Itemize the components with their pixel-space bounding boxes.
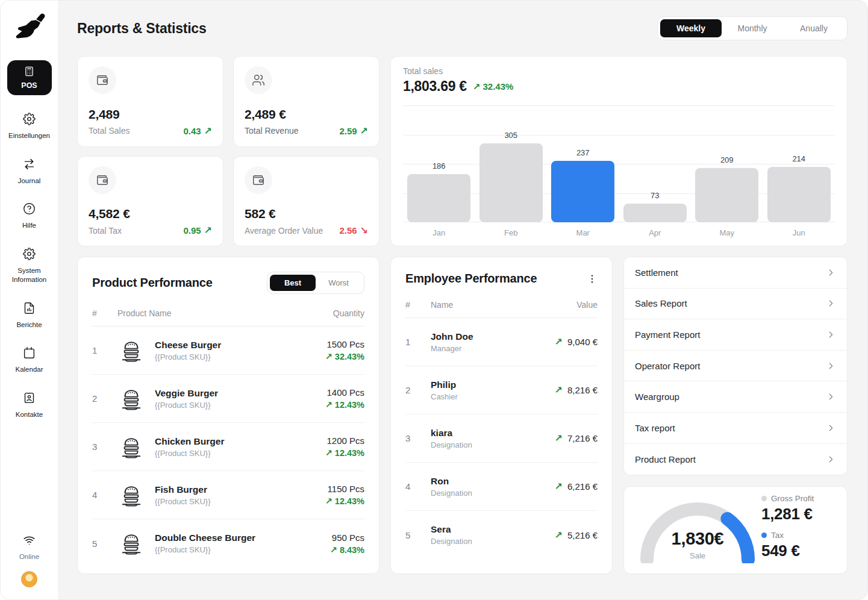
trend-up-icon: ↗	[204, 125, 212, 137]
chevron-right-icon	[826, 267, 836, 278]
sidebar-item-pos[interactable]: POS	[7, 60, 52, 95]
bar-jan[interactable]: 186	[403, 161, 475, 222]
report-file-icon	[23, 302, 36, 317]
user-avatar[interactable]	[21, 571, 37, 587]
row-index: 1	[405, 337, 431, 347]
report-links-list: Settlement Sales Report Payment Report	[623, 257, 848, 475]
stat-card-total-sales: 2,489 Total Sales 0.43↗	[77, 56, 223, 147]
report-link[interactable]: Sales Report	[624, 289, 847, 320]
row-index: 5	[405, 530, 431, 540]
product-sku: {{Product SKU}}	[155, 449, 224, 458]
gauge-legend: Gross Profit 1,281 € Tax 549 €	[761, 494, 834, 567]
main-content: Reports & Statistics Weekly Monthly Anua…	[58, 1, 867, 599]
product-name: Chicken Burger	[155, 436, 224, 447]
report-link-label: Weargroup	[635, 392, 679, 402]
tab-weekly[interactable]: Weekly	[660, 19, 722, 37]
employee-value: 8,216 €	[567, 385, 598, 395]
report-link[interactable]: Settlement	[624, 257, 847, 289]
sidebar-item-einstellungen[interactable]: Einstellungen	[1, 113, 58, 141]
right-column: Settlement Sales Report Payment Report	[623, 257, 848, 574]
burger-icon	[117, 339, 145, 363]
top-section: 2,489 Total Sales 0.43↗ 2,489 € Total Re…	[77, 56, 848, 246]
chart-total-value: 1,803.69 €	[403, 78, 467, 95]
report-link[interactable]: Weargroup	[624, 381, 847, 413]
legend-label: Gross Profit	[771, 494, 814, 503]
legend-dot-gray	[761, 496, 767, 501]
bar-feb[interactable]: 305	[475, 131, 548, 222]
chart-x-axis: JanFebMarAprMayJun	[403, 228, 835, 237]
trend-up-icon: ↗	[555, 384, 563, 396]
gear-icon	[23, 113, 36, 128]
legend-value: 1,281 €	[761, 505, 834, 523]
report-link[interactable]: Product Report	[624, 444, 847, 475]
x-axis-label: May	[691, 228, 763, 237]
calendar-icon	[23, 346, 36, 361]
row-index: 3	[405, 433, 431, 443]
report-link[interactable]: Operator Report	[624, 351, 847, 382]
stat-card-total-revenue: 2,489 € Total Revenue 2.59↗	[233, 56, 379, 147]
burger-icon	[117, 387, 145, 411]
table-row[interactable]: 1	[92, 327, 364, 375]
x-axis-label: Feb	[475, 228, 548, 237]
more-options-icon[interactable]	[587, 273, 598, 284]
chart-bars: 18630523773209214	[403, 105, 835, 222]
bar-apr[interactable]: 73	[619, 191, 692, 222]
tab-anually[interactable]: Anually	[783, 19, 845, 37]
employee-name: kiara	[431, 428, 472, 439]
sale-gauge-card: 1,830€ Sale Gross Profit 1,281 € Tax	[623, 486, 848, 574]
bar-value-label: 186	[432, 161, 446, 170]
report-link-label: Operator Report	[635, 361, 700, 371]
tab-worst[interactable]: Worst	[316, 275, 361, 291]
employee-role: Designation	[431, 489, 472, 498]
burger-icon	[117, 435, 145, 459]
wallet-icon	[89, 166, 116, 194]
bar	[407, 174, 470, 222]
table-row[interactable]: 4	[92, 471, 364, 519]
app-logo[interactable]	[13, 13, 46, 42]
table-row[interactable]: 3 kiara Designation ↗ 7,216 €	[405, 414, 598, 463]
bar-mar[interactable]: 237	[547, 148, 619, 222]
table-row[interactable]: 4 Ron Designation ↗ 6,216 €	[405, 463, 598, 511]
trend-up-icon: ↗	[555, 481, 563, 492]
row-index: 4	[92, 490, 117, 500]
bar	[767, 167, 831, 222]
report-link-label: Sales Report	[635, 298, 687, 308]
tab-monthly[interactable]: Monthly	[722, 19, 783, 37]
bar-may[interactable]: 209	[691, 155, 763, 222]
sidebar-item-berichte[interactable]: Berichte	[1, 302, 58, 330]
table-row[interactable]: 3	[92, 423, 364, 471]
status-label: Online	[19, 552, 39, 562]
product-performance-card: Product Performance Best Worst # Product…	[77, 257, 379, 574]
report-link[interactable]: Payment Report	[624, 319, 847, 351]
trend-up-icon: ↗	[360, 125, 368, 137]
table-row[interactable]: 1 John Doe Manager ↗ 9,040 €	[405, 318, 598, 366]
chevron-right-icon	[826, 361, 836, 371]
employee-name: Sera	[431, 524, 472, 535]
table-row[interactable]: 2 Philip Cashier ↗ 8,216 €	[405, 366, 598, 414]
stat-value: 4,582 €	[89, 207, 212, 221]
sidebar-item-journal[interactable]: Journal	[1, 158, 58, 186]
stat-value: 2,489	[89, 107, 212, 122]
sidebar-item-system-information[interactable]: System Information	[1, 248, 58, 285]
row-index: 2	[92, 393, 117, 404]
help-circle-icon	[23, 202, 36, 217]
section-title: Product Performance	[92, 276, 213, 290]
x-axis-label: Jun	[763, 228, 835, 237]
tab-best[interactable]: Best	[270, 275, 316, 291]
bar-value-label: 209	[720, 155, 734, 164]
sale-gauge: 1,830€ Sale	[634, 496, 761, 566]
report-link[interactable]: Tax report	[624, 413, 847, 444]
table-row[interactable]: 2	[92, 375, 364, 423]
bar-jun[interactable]: 214	[763, 154, 835, 222]
trend-up-icon: ↗	[555, 433, 563, 444]
bar-value-label: 73	[651, 191, 659, 200]
table-row[interactable]: 5	[92, 519, 364, 567]
stat-trend: 0.43↗	[183, 125, 212, 137]
sidebar-footer: Online	[19, 534, 39, 587]
sidebar-item-hilfe[interactable]: Hilfe	[1, 202, 58, 231]
sidebar-item-kalendar[interactable]: Kalendar	[1, 346, 58, 375]
x-axis-label: Jan	[403, 228, 475, 237]
row-index: 2	[405, 385, 431, 395]
table-row[interactable]: 5 Sera Designation ↗ 5,216 €	[405, 511, 598, 559]
sidebar-item-kontakte[interactable]: Kontakte	[1, 392, 58, 420]
